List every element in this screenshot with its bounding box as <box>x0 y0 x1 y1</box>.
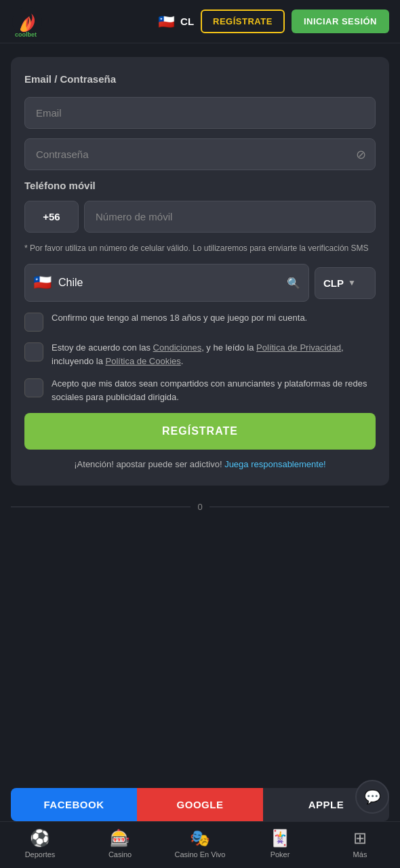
header: coolbet 🇨🇱 CL REGÍSTRATE INICIAR SESIÓN <box>0 0 400 43</box>
email-section-label: Email / Contraseña <box>24 73 376 85</box>
phone-note: * Por favor utiliza un número de celular… <box>24 242 376 254</box>
register-button[interactable]: REGÍSTRATE <box>24 413 376 450</box>
phone-code-box: +56 <box>24 201 79 233</box>
nav-item-poker[interactable]: 🃏 Poker <box>240 829 320 859</box>
currency-text: CLP <box>323 277 344 289</box>
phone-number-input[interactable] <box>84 201 376 233</box>
country-name-text: Chile <box>58 277 280 289</box>
email-input[interactable] <box>24 97 376 129</box>
svg-text:coolbet: coolbet <box>15 31 37 38</box>
header-login-button[interactable]: INICIAR SESIÓN <box>292 9 389 33</box>
header-register-button[interactable]: REGÍSTRATE <box>201 9 285 33</box>
warning-static-text: ¡Atención! apostar puede ser adictivo! <box>74 459 224 469</box>
cookies-link[interactable]: Política de Cookies <box>106 356 181 366</box>
password-input[interactable] <box>24 138 376 170</box>
country-currency-row: 🇨🇱 Chile 🔍 CLP ▼ <box>24 264 376 302</box>
bottom-navigation: ⚽ Deportes 🎰 Casino 🎭 Casino En Vivo 🃏 P… <box>0 821 400 868</box>
divider-row: 0 <box>11 496 389 517</box>
google-button[interactable]: GOOGLE <box>137 788 263 821</box>
country-select[interactable]: 🇨🇱 Chile 🔍 <box>24 264 309 302</box>
phone-section-label: Teléfono móvil <box>24 180 376 191</box>
nav-item-mas[interactable]: ⊞ Más <box>320 829 400 859</box>
mas-label: Más <box>353 850 367 859</box>
nav-item-deportes[interactable]: ⚽ Deportes <box>0 829 80 859</box>
checkbox-age[interactable] <box>24 313 43 332</box>
mas-icon: ⊞ <box>353 829 367 848</box>
divider-value: 0 <box>197 502 202 512</box>
chat-fab-button[interactable]: 💬 <box>355 780 389 814</box>
phone-row: +56 <box>24 201 376 233</box>
facebook-button[interactable]: FACEBOOK <box>11 788 137 821</box>
checkbox-item-age: Confirmo que tengo al menos 18 años y qu… <box>24 311 376 332</box>
email-section: Email / Contraseña <box>24 73 376 87</box>
header-right: 🇨🇱 CL REGÍSTRATE INICIAR SESIÓN <box>156 9 389 33</box>
casino-label: Casino <box>108 850 132 859</box>
nav-item-casino-en-vivo[interactable]: 🎭 Casino En Vivo <box>160 829 240 859</box>
currency-select[interactable]: CLP ▼ <box>315 267 376 299</box>
chat-icon: 💬 <box>364 789 381 805</box>
checkbox-terms[interactable] <box>24 342 43 361</box>
checkbox-data-label: Acepto que mis datos sean compartidos co… <box>52 377 376 403</box>
divider-line-right <box>209 507 389 507</box>
privacy-link[interactable]: Política de Privacidad <box>256 342 341 353</box>
main-content: Email / Contraseña ⊘ Teléfono móvil +56 … <box>0 43 400 777</box>
checkbox-terms-label: Estoy de acuerdo con las Condiciones, y … <box>52 341 376 368</box>
coolbet-logo: coolbet <box>11 5 43 38</box>
poker-icon: 🃏 <box>270 829 290 848</box>
divider-line-left <box>11 507 191 507</box>
nav-item-casino[interactable]: 🎰 Casino <box>80 829 160 859</box>
checkbox-item-data: Acepto que mis datos sean compartidos co… <box>24 377 376 403</box>
casino-icon: 🎰 <box>110 829 130 848</box>
poker-label: Poker <box>271 850 290 859</box>
country-search-icon: 🔍 <box>287 277 300 290</box>
logo-area: coolbet <box>11 5 43 38</box>
country-selector[interactable]: 🇨🇱 CL <box>156 12 194 32</box>
social-buttons-section: FACEBOOK GOOGLE APPLE <box>0 777 400 821</box>
warning-text: ¡Atención! apostar puede ser adictivo! J… <box>24 459 376 469</box>
checkbox-group: Confirmo que tengo al menos 18 años y qu… <box>24 311 376 403</box>
casino-en-vivo-icon: 🎭 <box>190 829 210 848</box>
deportes-label: Deportes <box>25 850 56 859</box>
country-flag-icon: 🇨🇱 <box>156 12 176 32</box>
checkbox-age-label: Confirmo que tengo al menos 18 años y qu… <box>52 311 307 325</box>
currency-chevron-icon: ▼ <box>348 278 356 288</box>
password-wrapper: ⊘ <box>24 138 376 170</box>
deportes-icon: ⚽ <box>30 829 50 848</box>
toggle-password-icon[interactable]: ⊘ <box>356 147 366 162</box>
checkbox-item-terms: Estoy de acuerdo con las Condiciones, y … <box>24 341 376 368</box>
conditions-link[interactable]: Condiciones <box>153 342 202 353</box>
country-code-label: CL <box>180 16 194 27</box>
registration-form-card: Email / Contraseña ⊘ Teléfono móvil +56 … <box>11 57 389 486</box>
responsible-gambling-link[interactable]: Juega responsablemente! <box>224 459 326 469</box>
checkbox-data[interactable] <box>24 378 43 397</box>
casino-en-vivo-label: Casino En Vivo <box>174 850 225 859</box>
country-flag-emoji: 🇨🇱 <box>33 274 52 292</box>
